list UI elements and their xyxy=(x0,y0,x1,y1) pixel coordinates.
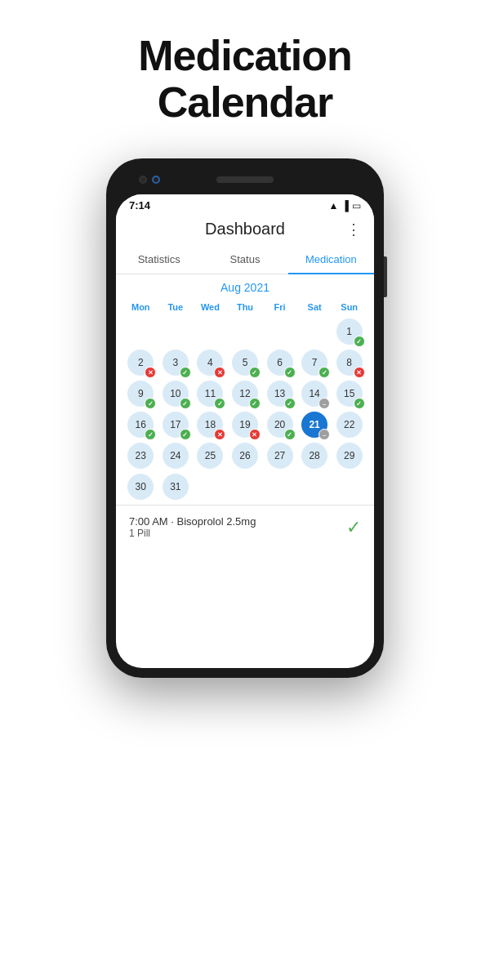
status-icons: ▲ ▐ ▭ xyxy=(329,200,361,212)
day-cell-20[interactable]: 20✓ xyxy=(263,410,296,439)
phone-top-bar xyxy=(116,168,374,191)
phone-screen: 7:14 ▲ ▐ ▭ Dashboard ⋮ Statistics Status xyxy=(116,194,374,668)
day-header-thu: Thu xyxy=(229,301,262,315)
med-details: 7:00 AM · Bisoprolol 2.5mg 1 Pill xyxy=(129,515,256,539)
day-cell-13[interactable]: 13✓ xyxy=(263,379,296,408)
day-cell-25[interactable]: 25 xyxy=(194,441,227,470)
day-cell-24[interactable]: 24 xyxy=(159,441,193,470)
phone-side-button xyxy=(384,256,387,297)
day-cell-empty xyxy=(194,317,227,346)
med-check-icon: ✓ xyxy=(346,517,361,538)
med-time: 7:00 AM · Bisoprolol 2.5mg xyxy=(129,515,256,528)
phone-frame: 7:14 ▲ ▐ ▭ Dashboard ⋮ Statistics Status xyxy=(106,158,384,678)
day-cell-empty xyxy=(229,472,262,501)
day-header-wed: Wed xyxy=(194,301,227,315)
page-title: Medication Calendar xyxy=(138,33,352,126)
tab-status[interactable]: Status xyxy=(202,245,287,274)
status-time: 7:14 xyxy=(129,199,150,212)
day-cell-10[interactable]: 10✓ xyxy=(159,379,193,408)
day-cell-18[interactable]: 18✕ xyxy=(194,410,227,439)
day-cell-30[interactable]: 30 xyxy=(124,472,158,501)
day-cell-23[interactable]: 23 xyxy=(124,441,158,470)
day-cell-31[interactable]: 31 xyxy=(159,472,193,501)
dashboard-title: Dashboard xyxy=(205,220,285,238)
day-cell-7[interactable]: 7✓ xyxy=(298,348,332,377)
day-cell-22[interactable]: 22 xyxy=(332,410,366,439)
status-bar: 7:14 ▲ ▐ ▭ xyxy=(116,194,374,213)
day-cell-1[interactable]: 1✓ xyxy=(332,317,366,346)
med-dose: 1 Pill xyxy=(129,528,256,539)
app-header: Dashboard ⋮ xyxy=(116,213,374,245)
day-cell-14[interactable]: 14– xyxy=(298,379,332,408)
camera-left-icon xyxy=(139,176,147,184)
phone-mockup: 7:14 ▲ ▐ ▭ Dashboard ⋮ Statistics Status xyxy=(106,158,384,678)
day-cell-27[interactable]: 27 xyxy=(263,441,296,470)
tab-medication[interactable]: Medication xyxy=(288,245,374,274)
day-cell-5[interactable]: 5✓ xyxy=(229,348,262,377)
medication-info: 7:00 AM · Bisoprolol 2.5mg 1 Pill ✓ xyxy=(116,505,374,549)
calendar-grid: Mon Tue Wed Thu Fri Sat Sun 1✓ xyxy=(124,301,366,501)
day-cell-empty xyxy=(263,472,296,501)
day-cell-6[interactable]: 6✓ xyxy=(263,348,296,377)
day-cell-empty xyxy=(298,472,332,501)
battery-icon: ▭ xyxy=(352,200,361,212)
day-header-sun: Sun xyxy=(332,301,366,315)
camera-right-icon xyxy=(152,176,160,184)
day-cell-19[interactable]: 19✕ xyxy=(229,410,262,439)
day-cell-empty xyxy=(194,472,227,501)
day-cell-11[interactable]: 11✓ xyxy=(194,379,227,408)
tab-bar: Statistics Status Medication xyxy=(116,245,374,274)
day-cell-29[interactable]: 29 xyxy=(332,441,366,470)
day-cell-empty xyxy=(298,317,332,346)
day-cell-15[interactable]: 15✓ xyxy=(332,379,366,408)
day-header-tue: Tue xyxy=(159,301,193,315)
day-cell-empty xyxy=(263,317,296,346)
calendar: Aug 2021 Mon Tue Wed Thu Fri Sat Sun xyxy=(116,274,374,505)
day-cell-3[interactable]: 3✓ xyxy=(159,348,193,377)
day-cell-17[interactable]: 17✓ xyxy=(159,410,193,439)
day-cell-empty xyxy=(159,317,193,346)
day-cell-21[interactable]: 21– xyxy=(298,410,332,439)
day-cell-2[interactable]: 2✕ xyxy=(124,348,158,377)
signal-icon: ▐ xyxy=(341,200,349,212)
day-cell-empty xyxy=(229,317,262,346)
menu-dots-button[interactable]: ⋮ xyxy=(346,220,361,238)
day-cell-12[interactable]: 12✓ xyxy=(229,379,262,408)
day-header-mon: Mon xyxy=(124,301,158,315)
tab-statistics[interactable]: Statistics xyxy=(116,245,202,274)
phone-speaker xyxy=(216,176,274,183)
day-cell-26[interactable]: 26 xyxy=(229,441,262,470)
day-cell-16[interactable]: 16✓ xyxy=(124,410,158,439)
day-cell-8[interactable]: 8✕ xyxy=(332,348,366,377)
day-cell-4[interactable]: 4✕ xyxy=(194,348,227,377)
day-cell-empty xyxy=(124,317,158,346)
day-header-fri: Fri xyxy=(263,301,296,315)
day-cell-empty xyxy=(332,472,366,501)
day-header-sat: Sat xyxy=(298,301,332,315)
calendar-month: Aug 2021 xyxy=(124,281,366,294)
wifi-icon: ▲ xyxy=(329,200,339,212)
day-cell-28[interactable]: 28 xyxy=(298,441,332,470)
day-cell-9[interactable]: 9✓ xyxy=(124,379,158,408)
